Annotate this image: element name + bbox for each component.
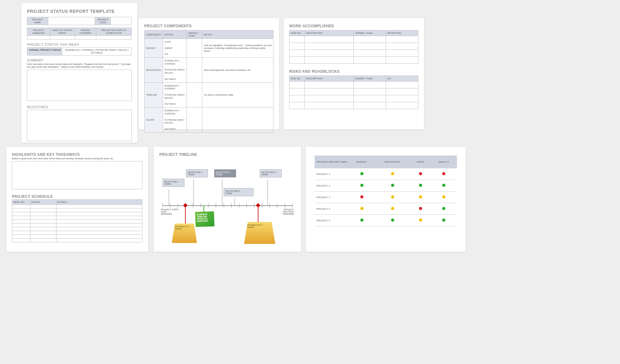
tick xyxy=(201,203,201,208)
cell[interactable] xyxy=(289,43,305,50)
cell[interactable] xyxy=(12,216,30,219)
cell[interactable] xyxy=(56,219,142,223)
project-name: PROJECT 2 xyxy=(315,180,349,192)
tick xyxy=(277,203,277,208)
component-owner[interactable] xyxy=(187,39,202,58)
cell[interactable] xyxy=(305,95,354,102)
cell[interactable] xyxy=(30,227,56,231)
cell[interactable] xyxy=(289,88,305,95)
tick xyxy=(208,203,209,208)
tick xyxy=(285,203,285,208)
cell[interactable] xyxy=(289,82,305,88)
cell[interactable] xyxy=(56,223,142,227)
project-name: PROJECT 5 xyxy=(315,215,349,226)
overall-status-row: OVERALL PROJECT STATUS ROADBLOCK / OVERA… xyxy=(27,47,132,55)
report-row: PROJECT 1 xyxy=(315,168,457,180)
cell[interactable] xyxy=(56,204,142,208)
cell[interactable] xyxy=(305,57,354,64)
cell[interactable] xyxy=(12,212,30,216)
cell[interactable] xyxy=(30,219,56,223)
cell[interactable] xyxy=(56,212,142,216)
cell[interactable] xyxy=(56,231,142,235)
components-title: PROJECT COMPONENTS xyxy=(144,24,273,28)
cell[interactable] xyxy=(386,102,418,109)
component-owner[interactable] xyxy=(187,82,202,108)
status-dot-icon xyxy=(391,184,394,187)
status-cell xyxy=(375,203,410,215)
cell[interactable] xyxy=(354,102,386,109)
cell[interactable] xyxy=(354,95,386,102)
cell[interactable] xyxy=(305,43,354,50)
report-card-table: PROJECT REPORT CARDBUDGETRESOURCESRISKSQ… xyxy=(315,156,457,226)
cell[interactable] xyxy=(354,50,386,57)
cell[interactable] xyxy=(56,235,142,238)
cell[interactable] xyxy=(354,82,386,88)
component-owner[interactable] xyxy=(187,108,202,133)
td-period[interactable] xyxy=(75,36,96,40)
cell[interactable] xyxy=(12,235,30,238)
cell[interactable] xyxy=(56,238,142,242)
component-name: RESOURCES xyxy=(145,57,163,82)
cell[interactable] xyxy=(56,227,142,231)
cell[interactable] xyxy=(289,57,305,64)
cell[interactable] xyxy=(386,36,418,43)
cell[interactable] xyxy=(30,216,56,219)
td-date-entry[interactable] xyxy=(50,36,75,40)
timeline-canvas: PROJECT START DATE 00/00/0000 PROJECT EN… xyxy=(159,157,295,245)
cell[interactable] xyxy=(354,57,386,64)
cell[interactable] xyxy=(12,238,30,242)
cell[interactable] xyxy=(30,235,56,238)
status-cell xyxy=(410,192,431,203)
cell[interactable] xyxy=(386,50,418,57)
cell[interactable] xyxy=(56,216,142,219)
cell[interactable] xyxy=(289,102,305,109)
cell[interactable] xyxy=(354,36,386,43)
milestones-title: MILESTONES xyxy=(27,105,132,109)
cell[interactable] xyxy=(12,223,30,227)
tick xyxy=(162,203,163,208)
cell[interactable] xyxy=(305,82,354,88)
cell[interactable] xyxy=(30,238,56,242)
cell[interactable] xyxy=(289,36,305,43)
th-notes: NOTES xyxy=(202,30,273,39)
cell[interactable] xyxy=(386,88,418,95)
highlights-box[interactable] xyxy=(12,161,142,189)
component-owner[interactable] xyxy=(187,57,202,82)
cell[interactable] xyxy=(354,43,386,50)
cell[interactable] xyxy=(56,208,142,212)
td-completion[interactable] xyxy=(96,36,131,40)
cell[interactable] xyxy=(305,88,354,95)
cell[interactable] xyxy=(305,36,354,43)
cell[interactable] xyxy=(289,95,305,102)
cell[interactable] xyxy=(386,43,418,50)
cell[interactable] xyxy=(305,50,354,57)
cell[interactable] xyxy=(12,204,30,208)
cell[interactable] xyxy=(30,212,56,216)
cell[interactable] xyxy=(12,219,30,223)
cell[interactable] xyxy=(386,82,418,88)
cell[interactable] xyxy=(305,102,354,109)
cell[interactable] xyxy=(30,208,56,212)
work-table: TASK NO.DESCRIPTIONOWNER / TEAMRECEPTION xyxy=(289,30,418,64)
cell[interactable] xyxy=(386,57,418,64)
td-project-name[interactable] xyxy=(48,17,95,25)
cell[interactable] xyxy=(30,223,56,227)
table-row xyxy=(12,235,142,238)
td-manager[interactable] xyxy=(27,36,50,40)
cell[interactable] xyxy=(12,227,30,231)
cell[interactable] xyxy=(12,231,30,235)
cell[interactable] xyxy=(30,231,56,235)
cell[interactable] xyxy=(12,208,30,212)
roadblock-2-box: ROADBLOCK 2Details xyxy=(244,222,275,244)
page-components: PROJECT COMPONENTS COMPONENTSTATUSOWNER … xyxy=(139,18,279,129)
cell[interactable] xyxy=(30,204,56,208)
cell[interactable] xyxy=(354,88,386,95)
summary-box[interactable] xyxy=(27,70,132,101)
cell[interactable] xyxy=(289,50,305,57)
th: PROJECT REPORT CARD xyxy=(315,156,349,168)
project-name: PROJECT 1 xyxy=(315,168,349,180)
project-name: PROJECT 4 xyxy=(315,203,349,215)
cell[interactable] xyxy=(386,95,418,102)
milestones-box[interactable] xyxy=(27,110,132,141)
td-project-code[interactable] xyxy=(111,17,132,25)
